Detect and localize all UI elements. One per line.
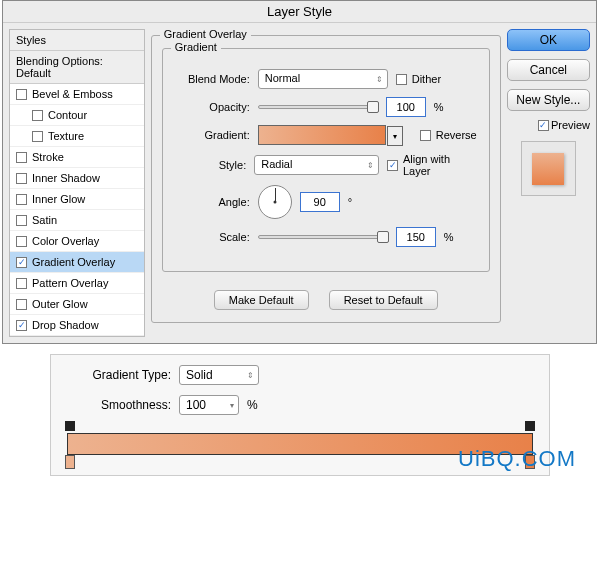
gradient-type-select[interactable]: Solid ⇕: [179, 365, 259, 385]
sidebar-item-inner-glow[interactable]: Inner Glow: [10, 189, 144, 210]
checkbox-icon: [538, 120, 549, 131]
sidebar-item-drop-shadow[interactable]: Drop Shadow: [10, 315, 144, 336]
angle-unit: °: [348, 196, 352, 208]
gradient-dropdown-icon[interactable]: ▾: [387, 126, 403, 146]
smoothness-input[interactable]: 100 ▾: [179, 395, 239, 415]
watermark-text: UiBQ.COM: [458, 446, 576, 472]
layer-style-dialog: Layer Style Styles Blending Options: Def…: [2, 0, 597, 344]
sidebar-header-blending[interactable]: Blending Options: Default: [10, 51, 144, 84]
blend-mode-label: Blend Mode:: [175, 73, 250, 85]
blend-mode-select[interactable]: Normal ⇕: [258, 69, 388, 89]
gradient-inner-group: Gradient Blend Mode: Normal ⇕ Dither: [162, 48, 490, 272]
sidebar-item-color-overlay[interactable]: Color Overlay: [10, 231, 144, 252]
style-label: Style:: [175, 159, 247, 171]
make-default-button[interactable]: Make Default: [214, 290, 309, 310]
sidebar-item-bevel-emboss[interactable]: Bevel & Emboss: [10, 84, 144, 105]
sidebar-item-gradient-overlay[interactable]: Gradient Overlay: [10, 252, 144, 273]
sidebar-item-label: Pattern Overlay: [32, 277, 108, 289]
color-stop-left[interactable]: [65, 455, 75, 469]
sidebar-item-texture[interactable]: Texture: [10, 126, 144, 147]
checkbox-icon[interactable]: [16, 194, 27, 205]
sidebar-item-satin[interactable]: Satin: [10, 210, 144, 231]
checkbox-icon: [420, 130, 431, 141]
sidebar-item-stroke[interactable]: Stroke: [10, 147, 144, 168]
smoothness-value: 100: [186, 398, 206, 412]
sidebar-item-label: Inner Glow: [32, 193, 85, 205]
chevron-updown-icon: ⇕: [367, 161, 374, 170]
checkbox-icon[interactable]: [16, 278, 27, 289]
inner-group-title: Gradient: [171, 41, 221, 53]
dialog-title: Layer Style: [3, 1, 596, 23]
options-panel: Gradient Overlay Gradient Blend Mode: No…: [151, 29, 501, 337]
scale-label: Scale:: [175, 231, 250, 243]
ok-button[interactable]: OK: [507, 29, 590, 51]
checkbox-icon[interactable]: [32, 131, 43, 142]
checkbox-icon[interactable]: [16, 257, 27, 268]
checkbox-icon[interactable]: [16, 236, 27, 247]
sidebar-item-label: Satin: [32, 214, 57, 226]
sidebar-item-label: Gradient Overlay: [32, 256, 115, 268]
percent-label: %: [434, 101, 444, 113]
angle-input[interactable]: [300, 192, 340, 212]
sidebar-item-contour[interactable]: Contour: [10, 105, 144, 126]
sidebar-header-styles[interactable]: Styles: [10, 30, 144, 51]
sidebar-item-label: Color Overlay: [32, 235, 99, 247]
checkbox-icon[interactable]: [16, 173, 27, 184]
opacity-stop-right[interactable]: [525, 421, 535, 431]
preview-gradient-icon: [532, 153, 564, 185]
dither-checkbox[interactable]: Dither: [396, 73, 441, 85]
angle-dial[interactable]: [258, 185, 292, 219]
sidebar-item-label: Texture: [48, 130, 84, 142]
blend-mode-value: Normal: [265, 72, 300, 84]
chevron-down-icon: ▾: [230, 401, 234, 410]
angle-label: Angle:: [175, 196, 250, 208]
gradient-overlay-group: Gradient Overlay Gradient Blend Mode: No…: [151, 35, 501, 323]
chevron-updown-icon: ⇕: [247, 371, 254, 380]
gradient-swatch[interactable]: ▾: [258, 125, 386, 145]
cancel-button[interactable]: Cancel: [507, 59, 590, 81]
sidebar-item-label: Contour: [48, 109, 87, 121]
checkbox-icon[interactable]: [32, 110, 43, 121]
slider-thumb-icon[interactable]: [367, 101, 379, 113]
dither-label: Dither: [412, 73, 441, 85]
align-checkbox[interactable]: Align with Layer: [387, 153, 476, 177]
gradient-type-label: Gradient Type:: [61, 368, 171, 382]
percent-label: %: [247, 398, 258, 412]
sidebar-item-label: Drop Shadow: [32, 319, 99, 331]
checkbox-icon[interactable]: [16, 152, 27, 163]
new-style-button[interactable]: New Style...: [507, 89, 590, 111]
sidebar-item-label: Inner Shadow: [32, 172, 100, 184]
scale-slider[interactable]: [258, 235, 388, 239]
checkbox-icon[interactable]: [16, 320, 27, 331]
sidebar-item-inner-shadow[interactable]: Inner Shadow: [10, 168, 144, 189]
percent-label: %: [444, 231, 454, 243]
dialog-body: Styles Blending Options: Default Bevel &…: [3, 23, 596, 343]
preview-swatch: [521, 141, 576, 196]
opacity-slider[interactable]: [258, 105, 378, 109]
sidebar-item-outer-glow[interactable]: Outer Glow: [10, 294, 144, 315]
opacity-stop-left[interactable]: [65, 421, 75, 431]
checkbox-icon: [396, 74, 407, 85]
gradient-type-value: Solid: [186, 368, 213, 382]
sidebar-item-pattern-overlay[interactable]: Pattern Overlay: [10, 273, 144, 294]
reverse-label: Reverse: [436, 129, 477, 141]
preview-label: Preview: [551, 119, 590, 131]
reset-default-button[interactable]: Reset to Default: [329, 290, 438, 310]
chevron-updown-icon: ⇕: [376, 75, 383, 84]
checkbox-icon[interactable]: [16, 299, 27, 310]
reverse-checkbox[interactable]: Reverse: [420, 129, 477, 141]
opacity-input[interactable]: [386, 97, 426, 117]
checkbox-icon[interactable]: [16, 215, 27, 226]
sidebar-item-label: Outer Glow: [32, 298, 88, 310]
group-title: Gradient Overlay: [160, 28, 251, 40]
slider-thumb-icon[interactable]: [377, 231, 389, 243]
checkbox-icon: [387, 160, 398, 171]
opacity-label: Opacity:: [175, 101, 250, 113]
style-select[interactable]: Radial ⇕: [254, 155, 379, 175]
checkbox-icon[interactable]: [16, 89, 27, 100]
right-button-panel: OK Cancel New Style... Preview: [507, 29, 590, 337]
scale-input[interactable]: [396, 227, 436, 247]
angle-center-icon: [273, 201, 276, 204]
preview-checkbox[interactable]: Preview: [507, 119, 590, 131]
gradient-label: Gradient:: [175, 129, 250, 141]
